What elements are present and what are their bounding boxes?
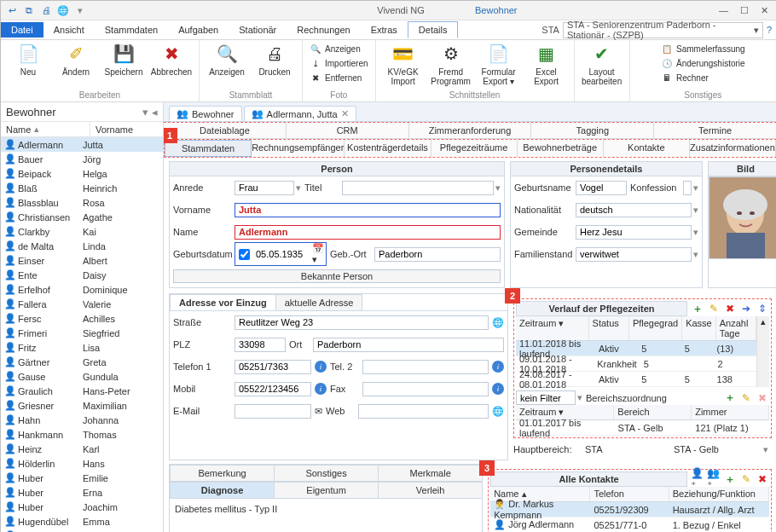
list-item[interactable]: 👤KastnerKevin (1, 529, 163, 532)
btn-edit-icon[interactable]: ✎ (707, 302, 721, 315)
hdr-kbez[interactable]: Beziehung/Funktion (669, 487, 769, 501)
tab-ansicht[interactable]: Ansicht (43, 22, 95, 38)
mail-icon[interactable]: ✉ (315, 406, 322, 417)
field-nationalitaet[interactable]: ▾ (576, 203, 698, 217)
btn-add-icon[interactable]: ＋ (723, 472, 737, 486)
tab-crm[interactable]: CRM (287, 123, 409, 138)
btn-bekannte-person[interactable]: Bekannte Person (173, 269, 501, 283)
tab-bemerkung[interactable]: Bemerkung (170, 465, 275, 481)
list-item[interactable]: 👤de MaltaLinda (1, 239, 163, 253)
field-titel[interactable]: ▾ (342, 181, 501, 195)
btn-jump-icon[interactable]: ➔ (739, 302, 753, 315)
tab-stationaer[interactable]: Stationär (229, 22, 287, 38)
tab-zimmeranforderung[interactable]: Zimmeranforderung (409, 123, 532, 138)
list-item[interactable]: 👤HahnJohanna (1, 413, 163, 427)
field-telefon1[interactable] (235, 360, 311, 374)
filter-combo[interactable]: ▾ (516, 390, 582, 405)
hdr-kasse[interactable]: Kasse (682, 316, 716, 340)
btn-add-icon[interactable]: ＋ (691, 302, 704, 315)
field-geburtsname[interactable] (576, 181, 627, 195)
hdr-pflegegrad[interactable]: Pflegegrad (629, 316, 682, 340)
field-gemeinde[interactable]: ▾ (576, 225, 698, 240)
tab-rechnungsempfaenger[interactable]: Rechnungsempfänger (252, 140, 345, 157)
tab-adresse-vor-einzug[interactable]: Adresse vor Einzug (170, 294, 276, 310)
web-icon[interactable]: 🌐 (492, 406, 504, 417)
maximize-button[interactable]: ☐ (740, 5, 749, 16)
info-icon[interactable]: i (315, 361, 327, 373)
chk-gebdat[interactable] (239, 249, 250, 260)
list-item[interactable]: 👤ClarkbyKai (1, 224, 163, 239)
qat-back-icon[interactable]: ↩ (6, 4, 18, 16)
hdr-zimmer[interactable]: Zimmer (692, 405, 769, 419)
list-item[interactable]: 👤GauseGundula (1, 369, 163, 384)
table-row[interactable]: 24.08.2017 - 08.01.2018Aktiv55138 (516, 372, 756, 387)
list-item[interactable]: 👤BauerJörg (1, 152, 163, 166)
list-item[interactable]: 👤ChristiansenAgathe (1, 210, 163, 224)
btn-link-icon[interactable]: 👥⁺ (707, 472, 721, 486)
field-name[interactable] (235, 225, 501, 240)
tab-tagging[interactable]: Tagging (531, 123, 654, 138)
tab-sonstiges[interactable]: Sonstiges (274, 465, 379, 481)
qat-print-icon[interactable]: 🖨 (40, 4, 52, 16)
btn-kv-import[interactable]: 💳KV/eGK Import (381, 42, 426, 86)
info-icon[interactable]: i (315, 383, 327, 395)
btn-formular-export[interactable]: 📄Formular Export ▾ (477, 42, 521, 86)
list-item[interactable]: 👤GriesnerMaximilian (1, 398, 163, 413)
doctab-close-icon[interactable]: ✕ (341, 108, 349, 119)
btn-assign-icon[interactable]: 👤⁺ (691, 472, 704, 486)
btn-stammblatt-anzeigen[interactable]: 🔍Anzeigen (205, 42, 249, 77)
field-gebort[interactable] (374, 247, 501, 262)
field-vorname[interactable] (235, 203, 501, 217)
side-collapse-icon[interactable]: ▾ ◂ (142, 106, 158, 119)
tab-pflegezeitraeume[interactable]: Pflegezeiträume (431, 140, 518, 157)
map-icon[interactable]: 🌐 (492, 317, 504, 328)
field-strasse[interactable] (235, 315, 489, 330)
tab-rechnungen[interactable]: Rechnungen (287, 22, 360, 38)
btn-layout-bearbeiten[interactable]: ✔Layout bearbeiten (580, 42, 624, 86)
side-col-name[interactable]: Name▴ (1, 122, 90, 136)
list-item[interactable]: 👤GärtnerGreta (1, 355, 163, 369)
tab-merkmale[interactable]: Merkmale (378, 465, 483, 481)
field-fax[interactable] (362, 382, 489, 396)
list-item[interactable]: 👤GraulichHans-Peter (1, 384, 163, 398)
field-telefon2[interactable] (362, 360, 489, 374)
hdr-status[interactable]: Status (589, 316, 629, 340)
list-item[interactable]: 👤BeipackHelga (1, 166, 163, 181)
tab-eigentum[interactable]: Eigentum (274, 482, 379, 498)
btn-neu[interactable]: 📄Neu (6, 42, 50, 77)
btn-aendern[interactable]: ✐Ändern (54, 42, 98, 77)
chevron-down-icon[interactable]: ▾ (763, 444, 768, 455)
tab-termine[interactable]: Termine (654, 123, 776, 138)
list-item[interactable]: 👤FrimeriSiegfried (1, 326, 163, 340)
tab-diagnose[interactable]: Diagnose (170, 482, 275, 498)
help-icon[interactable]: ? (767, 25, 772, 35)
btn-excel-export[interactable]: ▦Excel Export (524, 42, 569, 86)
btn-foto-entfernen[interactable]: ✖Entfernen (308, 71, 370, 84)
table-row[interactable]: 👨‍⚕️ Dr. Markus Kempmann05251/92309Hausa… (490, 502, 769, 518)
btn-edit-icon[interactable]: ✎ (739, 472, 753, 486)
list-item[interactable]: 👤HeinzKarl (1, 442, 163, 456)
field-ort[interactable] (313, 338, 504, 352)
qat-dropdown-icon[interactable]: ▾ (74, 4, 86, 16)
hdr-zeitraum[interactable]: Zeitraum ▾ (516, 316, 589, 340)
btn-resize-icon[interactable]: ⇕ (756, 302, 769, 315)
info-icon[interactable]: i (492, 361, 504, 373)
info-icon[interactable]: i (492, 383, 504, 395)
list-item[interactable]: 👤ErfelhofDominique (1, 282, 163, 297)
doctab-bewohner[interactable]: 👥Bewohner (169, 106, 242, 121)
list-item[interactable]: 👤HugendübelEmma (1, 514, 163, 529)
doctab-adlermann[interactable]: 👥Adlermann, Jutta✕ (244, 106, 356, 121)
tab-aktuelle-adresse[interactable]: aktuelle Adresse (275, 294, 363, 310)
btn-abbrechen[interactable]: ✖Abbrechen (149, 42, 194, 77)
field-anrede[interactable]: ▾ (235, 181, 301, 195)
list-item[interactable]: 👤FerscAchilles (1, 311, 163, 326)
list-item[interactable]: 👤HölderlinHans (1, 456, 163, 471)
list-item[interactable]: 👤HuberJoachim (1, 500, 163, 514)
btn-delete-icon[interactable]: ✖ (723, 302, 737, 315)
tab-kontakte[interactable]: Kontakte (604, 140, 690, 157)
tab-dateiablage[interactable]: Dateiablage (164, 123, 287, 138)
notes-text[interactable]: Diabetes mellitus - Typ II (170, 499, 482, 532)
field-mobil[interactable] (235, 382, 311, 396)
close-button[interactable]: ✕ (761, 5, 768, 16)
table-row[interactable]: 01.01.2017 bis laufend STA - Gelb 121 (P… (516, 420, 769, 436)
